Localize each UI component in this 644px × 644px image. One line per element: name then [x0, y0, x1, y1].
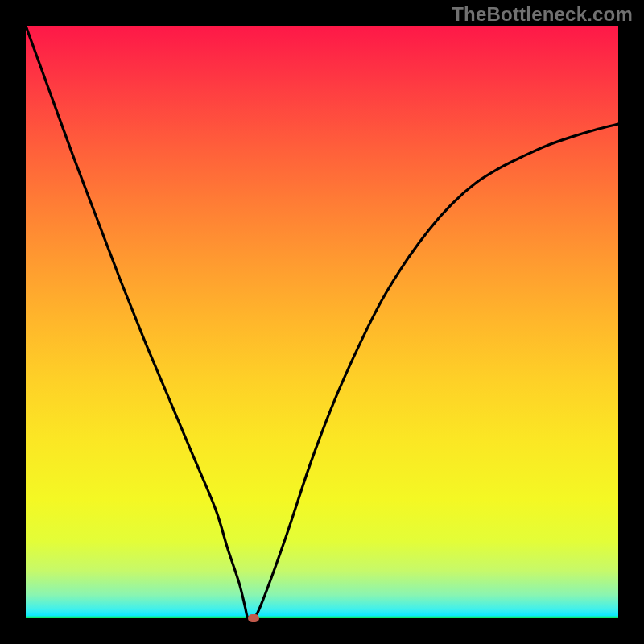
bottleneck-curve — [26, 26, 618, 618]
optimum-marker — [248, 614, 259, 622]
chart-frame: TheBottleneck.com — [0, 0, 644, 644]
watermark-text: TheBottleneck.com — [452, 3, 633, 26]
plot-area — [26, 26, 618, 618]
